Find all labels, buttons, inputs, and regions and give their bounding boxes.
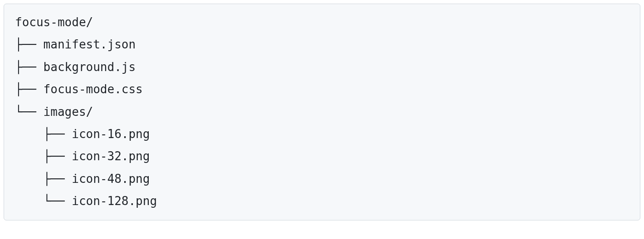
tree-line: ├── focus-mode.css — [15, 82, 143, 96]
tree-line: ├── icon-16.png — [15, 127, 150, 141]
tree-line: └── images/ — [15, 105, 93, 119]
tree-line: └── icon-128.png — [15, 194, 157, 208]
tree-line: focus-mode/ — [15, 15, 93, 29]
tree-line: ├── icon-48.png — [15, 172, 150, 186]
tree-line: ├── manifest.json — [15, 38, 136, 51]
tree-line: ├── background.js — [15, 60, 136, 74]
tree-line: ├── icon-32.png — [15, 149, 150, 163]
directory-tree: focus-mode/ ├── manifest.json ├── backgr… — [4, 4, 640, 220]
